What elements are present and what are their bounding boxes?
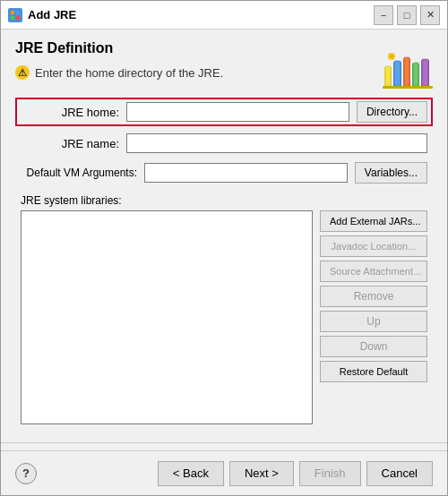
svg-point-16 [390,55,393,58]
footer-nav-buttons: < Back Next > Finish Cancel [158,461,433,486]
window-icon [8,8,22,22]
title-bar: Add JRE − □ ✕ [1,1,447,30]
up-button[interactable]: Up [320,311,427,332]
jre-name-label: JRE name: [21,137,119,150]
remove-button[interactable]: Remove [320,286,427,307]
javadoc-location-button[interactable]: Javadoc Location... [320,235,427,257]
warning-icon: ⚠ [15,65,30,80]
help-button[interactable]: ? [15,463,37,484]
page-title: JRE Definition [15,40,223,56]
window-controls: − □ ✕ [374,5,440,25]
libraries-section: JRE system libraries: Add External JARs.… [15,194,433,424]
content-area: JRE Definition ⚠ Enter the home director… [1,30,447,435]
header-area: JRE Definition ⚠ Enter the home director… [15,40,433,85]
footer-divider [1,442,447,443]
default-vm-input[interactable] [144,163,348,183]
svg-rect-2 [11,16,14,20]
source-attachment-button[interactable]: Source Attachment... [320,261,427,282]
svg-rect-5 [385,66,391,86]
jre-home-label: JRE home: [21,106,119,119]
libraries-list[interactable] [21,210,313,424]
window-title: Add JRE [28,8,374,21]
close-button[interactable]: ✕ [420,5,440,25]
form-area: JRE home: Directory... JRE name: Default… [15,98,433,185]
restore-default-button[interactable]: Restore Default [320,361,427,382]
libraries-buttons: Add External JARs... Javadoc Location...… [320,210,427,424]
jre-home-row: JRE home: Directory... [15,98,433,126]
finish-button[interactable]: Finish [299,461,361,486]
variables-button[interactable]: Variables... [355,162,427,184]
down-button[interactable]: Down [320,336,427,357]
svg-rect-3 [16,16,20,20]
svg-rect-7 [394,61,401,86]
svg-rect-13 [422,59,428,86]
svg-rect-14 [383,86,433,89]
back-button[interactable]: < Back [158,461,224,486]
warning-row: ⚠ Enter the home directory of the JRE. [15,65,223,80]
svg-rect-9 [404,57,409,86]
header-left: JRE Definition ⚠ Enter the home director… [15,40,223,80]
svg-rect-1 [16,11,20,14]
cancel-button[interactable]: Cancel [366,461,433,486]
jre-home-input[interactable] [126,102,349,122]
jre-name-input[interactable] [126,133,427,153]
libraries-content: Add External JARs... Javadoc Location...… [21,210,427,424]
add-external-jars-button[interactable]: Add External JARs... [320,210,427,232]
svg-rect-11 [413,63,418,86]
maximize-button[interactable]: □ [397,5,417,25]
warning-text: Enter the home directory of the JRE. [35,66,223,80]
books-icon [383,40,433,85]
libraries-label: JRE system libraries: [21,194,427,207]
jre-name-row: JRE name: [15,132,433,155]
window: Add JRE − □ ✕ JRE Definition ⚠ Enter the… [0,0,448,496]
default-vm-row: Default VM Arguments: Variables... [15,160,433,185]
footer: ? < Back Next > Finish Cancel [1,450,447,495]
svg-rect-0 [11,11,14,14]
directory-button[interactable]: Directory... [357,101,427,123]
minimize-button[interactable]: − [374,5,393,25]
next-button[interactable]: Next > [229,461,294,486]
default-vm-label: Default VM Arguments: [21,167,137,179]
